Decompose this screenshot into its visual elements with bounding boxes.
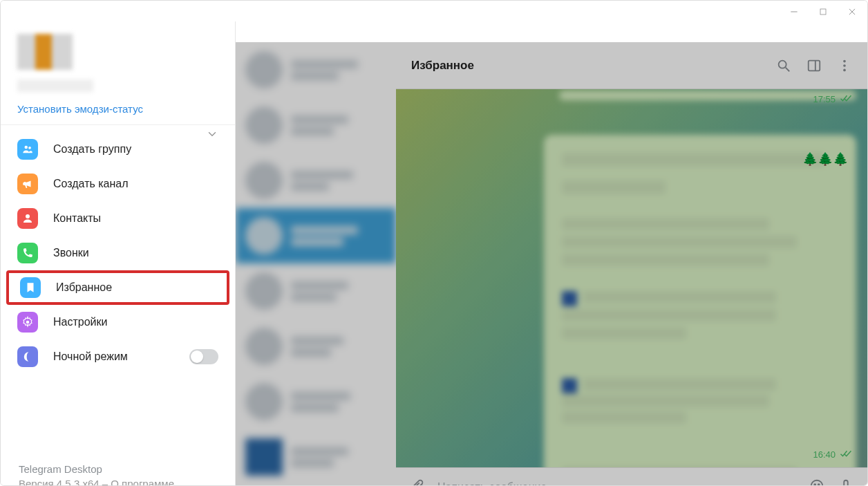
main-menu-panel: Установить эмодзи-статус Создать группу … — [1, 21, 236, 486]
svg-point-7 — [26, 321, 30, 324]
menu-item-night-mode[interactable]: Ночной режим — [1, 339, 235, 374]
group-icon — [17, 139, 38, 160]
menu-item-calls[interactable]: Звонки — [1, 236, 235, 270]
menu-label: Создать канал — [53, 178, 129, 190]
menu-list: Создать группу Создать канал Контакты Зв… — [1, 125, 235, 381]
menu-label: Настройки — [53, 316, 107, 328]
bookmark-icon — [20, 277, 41, 298]
menu-label: Контакты — [53, 212, 101, 225]
menu-item-create-channel[interactable]: Создать канал — [1, 167, 235, 201]
minimize-button[interactable] — [786, 3, 802, 20]
modal-overlay[interactable] — [236, 42, 867, 486]
person-icon — [17, 208, 38, 229]
avatar[interactable] — [17, 34, 73, 70]
close-button[interactable] — [844, 3, 860, 20]
svg-point-6 — [26, 214, 30, 218]
profile-section: Установить эмодзи-статус — [1, 21, 235, 125]
svg-rect-1 — [820, 9, 826, 15]
menu-label: Звонки — [53, 247, 89, 259]
menu-item-create-group[interactable]: Создать группу — [1, 132, 235, 167]
menu-item-saved-messages[interactable]: Избранное — [6, 270, 229, 305]
gear-icon — [17, 312, 38, 333]
version-about-link[interactable]: Версия 4.5.3 x64 – О программе — [19, 478, 217, 486]
menu-footer: Telegram Desktop Версия 4.5.3 x64 – О пр… — [1, 451, 235, 486]
username — [17, 80, 93, 92]
app-name: Telegram Desktop — [19, 463, 217, 475]
chevron-down-icon[interactable] — [206, 128, 218, 143]
svg-point-4 — [25, 146, 28, 149]
menu-item-contacts[interactable]: Контакты — [1, 201, 235, 236]
maximize-button[interactable] — [815, 3, 831, 20]
svg-point-5 — [28, 147, 31, 149]
megaphone-icon — [17, 174, 38, 194]
phone-icon — [17, 243, 38, 263]
moon-icon — [17, 346, 38, 367]
set-emoji-status-link[interactable]: Установить эмодзи-статус — [17, 103, 218, 115]
menu-label: Ночной режим — [53, 351, 128, 363]
menu-label: Создать группу — [53, 143, 131, 156]
titlebar — [1, 1, 867, 21]
menu-label: Избранное — [56, 281, 112, 294]
window-controls — [786, 3, 860, 20]
menu-item-settings[interactable]: Настройки — [1, 305, 235, 339]
night-mode-toggle[interactable] — [189, 349, 218, 364]
